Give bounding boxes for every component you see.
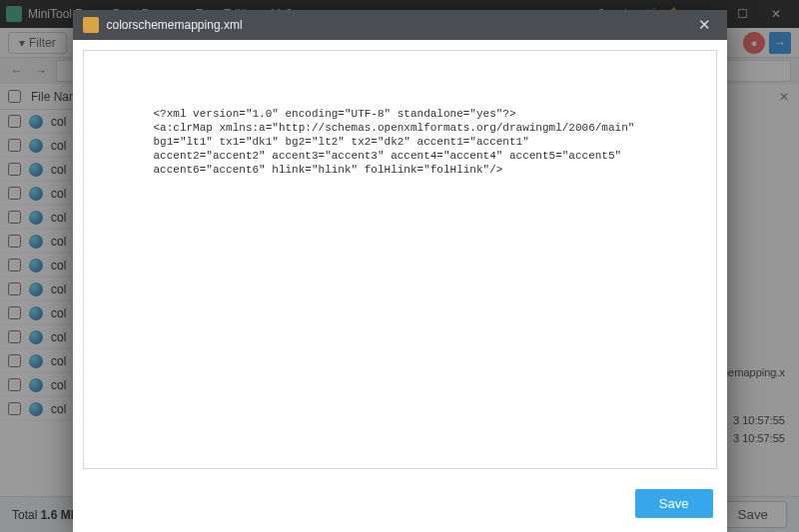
modal-title-text: colorschememapping.xml: [107, 18, 692, 32]
modal-content[interactable]: <?xml version="1.0" encoding="UTF-8" sta…: [83, 50, 717, 469]
modal-save-button[interactable]: Save: [635, 489, 713, 518]
preview-modal: colorschememapping.xml ✕ <?xml version="…: [73, 10, 727, 532]
modal-footer: Save: [73, 479, 727, 532]
xml-preview-text: <?xml version="1.0" encoding="UTF-8" sta…: [154, 107, 646, 177]
modal-close-icon[interactable]: ✕: [692, 14, 717, 36]
modal-titlebar: colorschememapping.xml ✕: [73, 10, 727, 40]
modal-overlay: colorschememapping.xml ✕ <?xml version="…: [0, 0, 799, 532]
modal-file-icon: [83, 17, 99, 33]
